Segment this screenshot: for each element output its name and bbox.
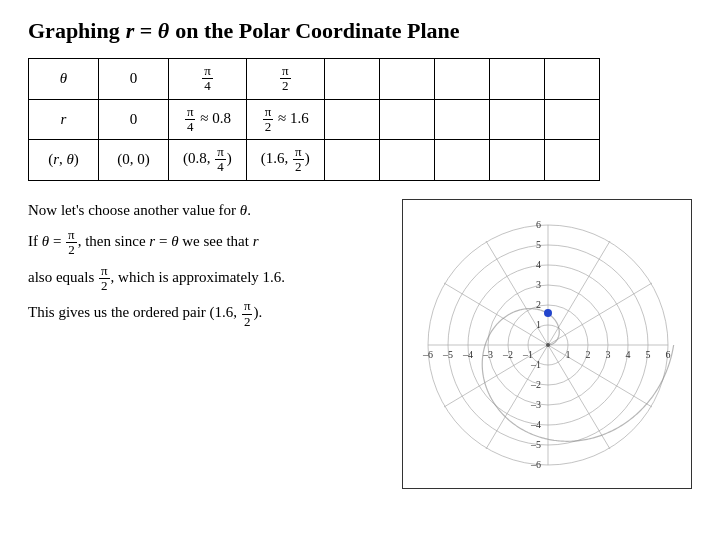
cell-r-pi2: π2 ≈ 1.6 bbox=[246, 99, 324, 140]
svg-text:6: 6 bbox=[536, 219, 541, 230]
svg-text:3: 3 bbox=[606, 349, 611, 360]
cell-empty-11 bbox=[324, 140, 379, 181]
svg-text:–1: –1 bbox=[530, 359, 541, 370]
svg-text:4: 4 bbox=[626, 349, 631, 360]
svg-text:–2: –2 bbox=[502, 349, 513, 360]
cell-empty-13 bbox=[434, 140, 489, 181]
text-column: Now let's choose another value for θ. If… bbox=[28, 199, 384, 335]
svg-text:2: 2 bbox=[586, 349, 591, 360]
page: Graphing r = θ on the Polar Coordinate P… bbox=[0, 0, 720, 540]
svg-text:–4: –4 bbox=[462, 349, 473, 360]
body-section: Now let's choose another value for θ. If… bbox=[28, 199, 692, 489]
cell-pair-0: (0, 0) bbox=[99, 140, 169, 181]
cell-pair-pi4: (0.8, π4) bbox=[169, 140, 247, 181]
cell-empty-12 bbox=[379, 140, 434, 181]
title-equation: r = θ bbox=[126, 18, 170, 44]
svg-text:–3: –3 bbox=[530, 399, 541, 410]
cell-empty-3 bbox=[434, 59, 489, 100]
cell-empty-10 bbox=[544, 99, 599, 140]
table-row-pairs: (r, θ) (0, 0) (0.8, π4) (1.6, π2) bbox=[29, 140, 600, 181]
body-line4: This gives us the ordered pair (1.6, π2)… bbox=[28, 299, 384, 329]
title-prefix: Graphing bbox=[28, 18, 120, 44]
cell-pair-label: (r, θ) bbox=[29, 140, 99, 181]
body-line1: Now let's choose another value for θ. bbox=[28, 199, 384, 222]
cell-theta-pi2: π2 bbox=[246, 59, 324, 100]
svg-text:1: 1 bbox=[536, 319, 541, 330]
page-title: Graphing r = θ on the Polar Coordinate P… bbox=[28, 18, 692, 44]
svg-text:–6: –6 bbox=[422, 349, 433, 360]
cell-theta-0: 0 bbox=[99, 59, 169, 100]
cell-pair-pi2: (1.6, π2) bbox=[246, 140, 324, 181]
cell-r-label: r bbox=[29, 99, 99, 140]
cell-empty-6 bbox=[324, 99, 379, 140]
cell-empty-14 bbox=[489, 140, 544, 181]
cell-r-pi4: π4 ≈ 0.8 bbox=[169, 99, 247, 140]
body-line2: If θ = π2, then since r = θ we see that … bbox=[28, 228, 384, 258]
svg-text:–4: –4 bbox=[530, 419, 541, 430]
cell-empty-1 bbox=[324, 59, 379, 100]
cell-empty-4 bbox=[489, 59, 544, 100]
title-suffix: on the Polar Coordinate Plane bbox=[175, 18, 459, 44]
cell-theta-pi4: π4 bbox=[169, 59, 247, 100]
body-line3: also equals π2, which is approximately 1… bbox=[28, 264, 384, 294]
cell-empty-8 bbox=[434, 99, 489, 140]
svg-text:–5: –5 bbox=[442, 349, 453, 360]
table-row-r: r 0 π4 ≈ 0.8 π2 ≈ 1.6 bbox=[29, 99, 600, 140]
svg-text:5: 5 bbox=[646, 349, 651, 360]
svg-text:3: 3 bbox=[536, 279, 541, 290]
data-table: θ 0 π4 π2 r 0 π4 ≈ 0.8 bbox=[28, 58, 692, 181]
svg-text:–5: –5 bbox=[530, 439, 541, 450]
svg-text:1: 1 bbox=[566, 349, 571, 360]
svg-point-41 bbox=[546, 343, 550, 347]
cell-theta-label: θ bbox=[29, 59, 99, 100]
cell-empty-15 bbox=[544, 140, 599, 181]
polar-point bbox=[544, 309, 552, 317]
polar-graph: 6 5 4 3 2 1 –1 –2 –3 –4 –5 –6 bbox=[402, 199, 692, 489]
cell-empty-5 bbox=[544, 59, 599, 100]
svg-text:6: 6 bbox=[666, 349, 671, 360]
svg-text:–6: –6 bbox=[530, 459, 541, 470]
svg-text:4: 4 bbox=[536, 259, 541, 270]
polar-svg: 6 5 4 3 2 1 –1 –2 –3 –4 –5 –6 bbox=[403, 200, 692, 489]
table-row-theta: θ 0 π4 π2 bbox=[29, 59, 600, 100]
cell-empty-2 bbox=[379, 59, 434, 100]
cell-r-0: 0 bbox=[99, 99, 169, 140]
svg-text:5: 5 bbox=[536, 239, 541, 250]
cell-empty-7 bbox=[379, 99, 434, 140]
cell-empty-9 bbox=[489, 99, 544, 140]
svg-text:2: 2 bbox=[536, 299, 541, 310]
svg-text:–2: –2 bbox=[530, 379, 541, 390]
graph-column: 6 5 4 3 2 1 –1 –2 –3 –4 –5 –6 bbox=[402, 199, 692, 489]
